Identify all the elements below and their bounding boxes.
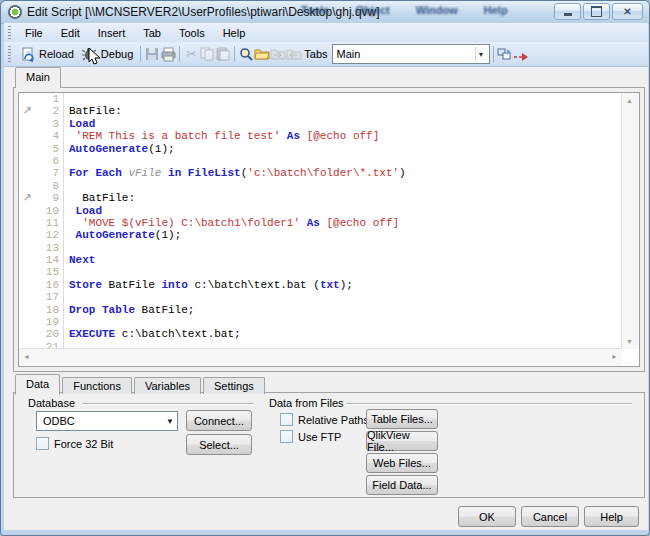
use-ftp-checkbox[interactable]: Use FTP xyxy=(280,430,341,443)
code-line[interactable]: ↗9 BatFile: xyxy=(19,192,622,204)
code-line[interactable]: 13 xyxy=(19,242,622,254)
save-icon[interactable] xyxy=(144,46,160,62)
code-line[interactable]: 14Next xyxy=(19,254,622,266)
bottom-tab-strip: DataFunctionsVariablesSettings xyxy=(15,374,267,393)
import-tab-icon[interactable] xyxy=(286,46,302,62)
horizontal-scrollbar[interactable]: ◄ ► xyxy=(19,348,622,366)
menu-item-tab[interactable]: Tab xyxy=(134,25,170,41)
print-icon[interactable] xyxy=(160,46,176,62)
code-line[interactable]: 18Drop Table BatFile; xyxy=(19,304,622,316)
code-line[interactable]: 7For Each vFile in FileList('c:\batch\fo… xyxy=(19,167,622,179)
database-combobox[interactable]: ODBC ▼ xyxy=(36,411,178,431)
code-line[interactable]: 20EXECUTE c:\batch\text.bat; xyxy=(19,328,622,340)
merge-tab-icon[interactable] xyxy=(497,46,513,62)
tab-functions[interactable]: Functions xyxy=(62,377,132,394)
code-line[interactable]: 6 xyxy=(19,155,622,167)
code-text: Drop Table BatFile; xyxy=(64,304,194,316)
tab-data[interactable]: Data xyxy=(15,374,60,395)
cancel-button[interactable]: Cancel xyxy=(521,506,579,527)
debug-button[interactable]: Debug xyxy=(78,45,137,63)
scroll-right-icon[interactable]: ► xyxy=(607,349,622,364)
code-line[interactable]: 12 AutoGenerate(1); xyxy=(19,229,622,241)
tab-main[interactable]: Main xyxy=(15,67,61,88)
menu-item-help[interactable]: Help xyxy=(214,25,255,41)
field-data-button[interactable]: Field Data... xyxy=(366,475,438,495)
code-line[interactable]: ↗2BatFile: xyxy=(19,105,622,117)
vertical-scrollbar[interactable]: ▲ ▼ xyxy=(621,93,639,349)
use-ftp-label: Use FTP xyxy=(298,431,341,443)
scroll-left-icon[interactable]: ◄ xyxy=(19,349,34,364)
code-line[interactable]: 17 xyxy=(19,291,622,303)
line-number: 13 xyxy=(35,242,64,254)
menubar-gripper[interactable] xyxy=(8,26,11,39)
export-tab-icon[interactable] xyxy=(270,46,286,62)
script-editor[interactable]: 1↗2BatFile:3Load4 'REM This is a batch f… xyxy=(18,92,640,367)
script-tab-strip: Main xyxy=(15,67,63,87)
line-number: 7 xyxy=(35,167,64,179)
checkbox-icon[interactable] xyxy=(280,430,293,443)
code-line[interactable]: 16Store BatFile into c:\batch\text.bat (… xyxy=(19,279,622,291)
background-window-menu: ToolsObjectWindowHelp xyxy=(301,4,508,18)
minimize-button[interactable] xyxy=(554,3,581,20)
force-32bit-checkbox[interactable]: Force 32 Bit xyxy=(36,437,113,450)
code-text xyxy=(64,93,69,105)
chevron-down-icon[interactable]: ▼ xyxy=(475,47,487,61)
open-folder-icon[interactable] xyxy=(254,46,270,62)
scroll-up-icon[interactable]: ▲ xyxy=(622,93,637,108)
tab-variables[interactable]: Variables xyxy=(134,377,201,394)
line-marker-empty xyxy=(19,266,35,278)
find-icon[interactable] xyxy=(238,46,254,62)
copy-icon[interactable] xyxy=(199,46,215,62)
qlikview-file-button[interactable]: QlikView File... xyxy=(366,431,438,451)
checkbox-icon[interactable] xyxy=(36,437,49,450)
cut-icon[interactable]: ✂ xyxy=(183,46,199,62)
code-text xyxy=(64,155,69,167)
menu-item-tools[interactable]: Tools xyxy=(170,25,214,41)
code-line[interactable]: 15 xyxy=(19,266,622,278)
toolbar-gripper[interactable] xyxy=(8,46,11,63)
line-marker-empty xyxy=(19,279,35,291)
menu-item-insert[interactable]: Insert xyxy=(89,25,135,41)
line-marker-empty xyxy=(19,155,35,167)
menu-item-file[interactable]: File xyxy=(16,25,52,41)
web-files-button[interactable]: Web Files... xyxy=(366,453,438,473)
ok-button[interactable]: OK xyxy=(458,506,516,527)
relative-paths-checkbox[interactable]: Relative Paths xyxy=(280,413,369,426)
code-line[interactable]: 3Load xyxy=(19,118,622,130)
reload-button[interactable]: Reload xyxy=(16,45,78,63)
code-line[interactable]: 1 xyxy=(19,93,622,105)
line-number: 1 xyxy=(35,93,64,105)
table-files-button[interactable]: Table Files... xyxy=(366,409,438,429)
code-line[interactable]: 10 Load xyxy=(19,205,622,217)
code-line[interactable]: 8 xyxy=(19,180,622,192)
code-line[interactable]: 4 'REM This is a batch file test' As [@e… xyxy=(19,130,622,142)
code-line[interactable]: 19 xyxy=(19,316,622,328)
line-number: 4 xyxy=(35,130,64,142)
tab-selector-value: Main xyxy=(337,48,361,60)
scroll-down-icon[interactable]: ▼ xyxy=(622,334,637,349)
connect-button[interactable]: Connect... xyxy=(186,410,252,431)
code-line[interactable]: 5AutoGenerate(1); xyxy=(19,143,622,155)
code-text xyxy=(64,316,69,328)
promote-tab-icon[interactable] xyxy=(513,46,529,62)
line-number: 3 xyxy=(35,118,64,130)
code-text: For Each vFile in FileList('c:\batch\fol… xyxy=(64,167,406,179)
code-text: BatFile: xyxy=(64,192,135,204)
line-number: 10 xyxy=(35,205,64,217)
help-button[interactable]: Help xyxy=(584,506,639,527)
paste-icon[interactable] xyxy=(215,46,231,62)
code-text xyxy=(64,180,69,192)
titlebar[interactable]: Edit Script [\\MCNSERVER2\UserProfiles\p… xyxy=(1,1,650,24)
code-text: 'REM This is a batch file test' As [@ech… xyxy=(64,130,379,142)
select-button[interactable]: Select... xyxy=(186,434,252,455)
menu-item-edit[interactable]: Edit xyxy=(52,25,89,41)
code-line[interactable]: 11 'MOVE $(vFile) C:\batch1\folder1' As … xyxy=(19,217,622,229)
line-number: 2 xyxy=(35,105,64,117)
chevron-down-icon[interactable]: ▼ xyxy=(166,417,174,426)
checkbox-icon[interactable] xyxy=(280,413,293,426)
line-number: 5 xyxy=(35,143,64,155)
tab-settings[interactable]: Settings xyxy=(203,377,265,394)
maximize-button[interactable] xyxy=(583,3,610,20)
close-button[interactable]: ✕ xyxy=(612,3,643,20)
tab-selector-combobox[interactable]: Main ▼ xyxy=(332,44,490,64)
